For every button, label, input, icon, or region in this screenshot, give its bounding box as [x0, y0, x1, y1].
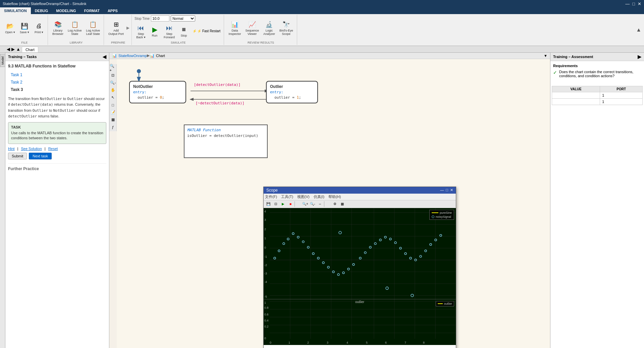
chart1-y-m1: -1 — [264, 255, 267, 258]
task-1-item[interactable]: Task 1 — [8, 71, 106, 79]
breadcrumb-stateflowonramp[interactable]: StateflowOnramp — [118, 54, 147, 58]
svg-point-20 — [278, 250, 280, 252]
scope-layout-tool[interactable]: ▦ — [339, 201, 345, 207]
tab-debug[interactable]: DEBUG — [31, 7, 52, 14]
scope-zoom-out-tool[interactable]: 🔍- — [309, 201, 316, 207]
ribbon: SIMULATION DEBUG MODELING FORMAT APPS 📂 … — [0, 7, 644, 46]
assessment-collapse-button[interactable]: ▶ — [638, 54, 641, 59]
print-button[interactable]: 🖨 Print ▾ — [32, 20, 46, 35]
zoom-in-tool[interactable]: 🔍+ — [110, 65, 116, 71]
add-state-tool[interactable]: □ — [110, 102, 116, 108]
scope-chart2[interactable]: outlier 1 0.8 0.6 0.4 0.2 0 0 1 2 3 4 — [264, 299, 456, 345]
scope-stop-tool[interactable]: ■ — [287, 201, 294, 207]
breadcrumb-dropdown[interactable]: ▼ — [544, 54, 547, 58]
chart2-x-0: 0 — [270, 341, 271, 344]
step-back-button[interactable]: ⏮ StepBack ▾ — [135, 22, 147, 40]
scope-save-tool[interactable]: 💾 — [265, 201, 272, 207]
fast-restart-button[interactable]: ⚡ ⚡ Fast Restart — [191, 29, 222, 33]
birds-eye-scope-button[interactable]: 🔭 Bird's-EyeScope — [278, 19, 295, 37]
logic-analyzer-button[interactable]: 🔬 LogicAnalyzer — [262, 19, 277, 37]
chart1-y-m2: -2 — [264, 263, 267, 267]
title-bar-controls[interactable]: — □ ✕ — [625, 1, 641, 6]
step-forward-button[interactable]: ⏭ StepForward — [162, 22, 176, 40]
next-task-button[interactable]: Next task — [29, 153, 52, 159]
scope-zoom-fit-tool[interactable]: ⊡ — [272, 201, 279, 207]
stop-button[interactable]: ■ Stop — [177, 24, 190, 39]
matlab-function-box[interactable]: MATLAB Function isOutlier = detectOutlie… — [184, 125, 268, 158]
library-group-label: LIBRARY — [70, 41, 83, 44]
hint-link[interactable]: Hint — [8, 147, 15, 151]
scope-menu-sim[interactable]: 仿真(I) — [314, 194, 324, 199]
scope-menu-view[interactable]: 视图(V) — [297, 194, 310, 199]
tab-apps[interactable]: APPS — [104, 7, 122, 14]
add-table-tool[interactable]: ▦ — [110, 116, 116, 123]
assessment-panel: Training – Assessment ▶ Requirements ✓ D… — [550, 53, 644, 348]
task-3-item[interactable]: Task 3 — [8, 86, 106, 93]
scope-minimize-button[interactable]: — — [440, 188, 444, 192]
pan-tool[interactable]: ✋ — [110, 87, 116, 94]
scope-menu-file[interactable]: 文件(F) — [265, 194, 277, 199]
nav-forward-button[interactable]: ▶ — [11, 47, 15, 52]
chart-tab[interactable]: Chart — [22, 47, 38, 52]
chart-canvas[interactable]: NotOutlier entry: outlier = 0; Outlier e… — [117, 59, 550, 348]
minimize-button[interactable]: — — [625, 1, 630, 6]
tab-modeling[interactable]: MODELING — [52, 7, 80, 14]
chart2-x-2: 2 — [307, 341, 309, 344]
chart2-x-5: 5 — [366, 341, 368, 344]
data-inspector-button[interactable]: 📊 DataInspector — [227, 19, 243, 37]
library-browser-button[interactable]: 📚 LibraryBrowser — [51, 19, 65, 37]
add-fn-tool[interactable]: ƒ — [110, 124, 116, 131]
scope-menu-tools[interactable]: 工具(T) — [281, 194, 293, 199]
outlier-body: entry: outlier = 1; — [270, 90, 314, 101]
save-button[interactable]: 💾 Save ▾ — [18, 20, 31, 35]
scope-settings-tool[interactable]: ⚙ — [331, 201, 338, 207]
tab-format[interactable]: FORMAT — [80, 7, 104, 14]
outlier-state[interactable]: Outlier entry: outlier = 1; — [266, 81, 318, 103]
open-button[interactable]: 📂 Open ▾ — [3, 20, 17, 35]
svg-point-50 — [430, 243, 432, 245]
task-2-item[interactable]: Task 2 — [8, 79, 106, 86]
simulation-mode-select[interactable]: Normal Accelerator — [171, 15, 195, 21]
log-active-leaf-label: Log ActiveLeaf State — [86, 29, 100, 36]
step-forward-icon: ⏭ — [165, 23, 174, 33]
sequence-viewer-button[interactable]: 📈 SequenceViewer — [244, 19, 261, 37]
scope-close-button[interactable]: ✕ — [450, 188, 453, 192]
fit-view-tool[interactable]: ⊡ — [110, 72, 116, 79]
submit-button[interactable]: Submit — [8, 153, 27, 159]
svg-point-54 — [386, 287, 388, 290]
scope-play-tool[interactable]: ▶ — [280, 201, 286, 207]
add-note-tool[interactable]: 📝 — [110, 109, 116, 116]
scope-menu-help[interactable]: 帮助(H) — [328, 194, 341, 199]
tab-simulation[interactable]: SIMULATION — [0, 7, 31, 14]
stop-time-input[interactable] — [151, 15, 169, 21]
nav-back-button[interactable]: ◀ — [7, 47, 10, 52]
not-outlier-state[interactable]: NotOutlier entry: outlier = 0; — [129, 81, 186, 103]
select-tool[interactable]: ↖ — [110, 94, 116, 101]
zoom-out-tool[interactable]: 🔍- — [110, 80, 116, 86]
review-group-label: REVIEW RESULTS — [248, 41, 274, 44]
svg-point-53 — [339, 231, 341, 234]
tasks-collapse-button[interactable]: ◀ — [103, 54, 106, 59]
see-solution-link[interactable]: See Solution — [21, 147, 42, 151]
log-active-leaf-button[interactable]: 📋 Log ActiveLeaf State — [85, 19, 102, 37]
fast-restart-label: ⚡ Fast Restart — [197, 29, 220, 33]
add-output-port-button[interactable]: ⊞ AddOutput Port — [107, 19, 125, 37]
backward-transition-label: [~detectOutlier(data)] — [196, 101, 245, 105]
scope-autoscale-tool[interactable]: ↔ — [317, 201, 323, 207]
reset-link[interactable]: Reset — [48, 147, 58, 151]
legend-pure-sine-line — [432, 212, 438, 213]
scope-chart1[interactable]: pureSine noisySignal 4 3 2 1 0 — [264, 208, 456, 299]
run-button[interactable]: ▶ Run — [148, 24, 161, 39]
svg-point-25 — [302, 241, 304, 243]
sidebar-tab-model[interactable]: Model — [0, 54, 5, 67]
scope-maximize-button[interactable]: □ — [446, 188, 448, 192]
maximize-button[interactable]: □ — [632, 1, 635, 6]
scope-title-bar[interactable]: Scope — □ ✕ — [264, 187, 456, 194]
log-active-state-button[interactable]: 📋 Log ActiveState — [66, 19, 84, 37]
svg-point-45 — [405, 252, 407, 254]
nav-up-button[interactable]: ▲ — [16, 47, 20, 52]
close-button[interactable]: ✕ — [638, 1, 641, 6]
ribbon-expand-icon[interactable]: ▲ — [636, 27, 641, 33]
chart-icon: 📊 — [150, 53, 155, 58]
scope-zoom-in-tool[interactable]: 🔍+ — [302, 201, 309, 207]
